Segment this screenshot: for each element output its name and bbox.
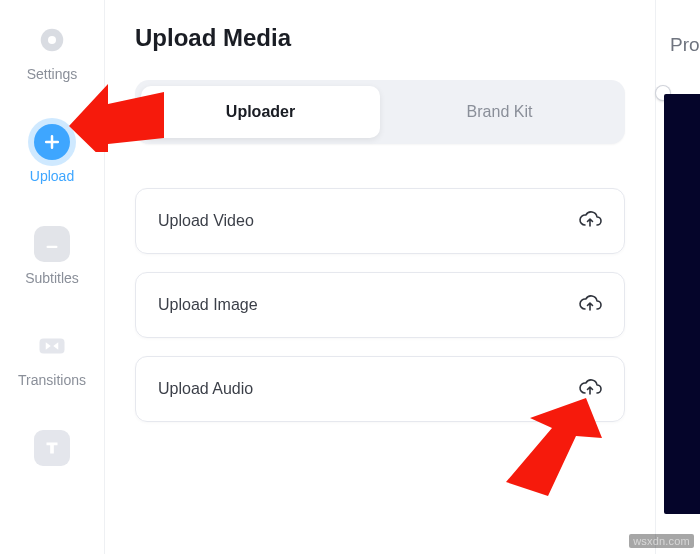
sidebar-item-label: Transitions: [18, 372, 86, 388]
tab-uploader[interactable]: Uploader: [141, 86, 380, 138]
sidebar-item-label: Settings: [27, 66, 78, 82]
upload-label: Upload Video: [158, 212, 254, 230]
cloud-upload-icon: [578, 375, 602, 403]
transitions-icon: [34, 328, 70, 364]
page-title: Upload Media: [135, 24, 625, 52]
tab-brandkit[interactable]: Brand Kit: [380, 86, 619, 138]
sidebar-item-text[interactable]: [34, 430, 70, 466]
gear-icon: [34, 22, 70, 58]
sidebar-item-label: Subtitles: [25, 270, 79, 286]
svg-rect-4: [39, 339, 64, 354]
sidebar-item-settings[interactable]: Settings: [27, 22, 78, 82]
right-panel: Pro: [655, 0, 700, 554]
cloud-upload-icon: [578, 207, 602, 235]
plus-icon: [34, 124, 70, 160]
subtitles-icon: [34, 226, 70, 262]
text-icon: [34, 430, 70, 466]
sidebar-item-subtitles[interactable]: Subtitles: [25, 226, 79, 286]
svg-rect-3: [46, 246, 57, 248]
upload-label: Upload Audio: [158, 380, 253, 398]
upload-image-card[interactable]: Upload Image: [135, 272, 625, 338]
watermark: wsxdn.com: [629, 534, 694, 548]
right-panel-label: Pro: [670, 34, 700, 56]
preview-area: [664, 94, 700, 514]
main-panel: Upload Media Uploader Brand Kit Upload V…: [104, 0, 655, 554]
cloud-upload-icon: [578, 291, 602, 319]
sidebar: Settings Upload Subtitles: [0, 0, 104, 554]
upload-audio-card[interactable]: Upload Audio: [135, 356, 625, 422]
upload-label: Upload Image: [158, 296, 258, 314]
upload-video-card[interactable]: Upload Video: [135, 188, 625, 254]
upload-options: Upload Video Upload Image: [135, 188, 625, 422]
sidebar-item-label: Upload: [30, 168, 74, 184]
sidebar-item-transitions[interactable]: Transitions: [18, 328, 86, 388]
sidebar-item-upload[interactable]: Upload: [30, 124, 74, 184]
svg-point-1: [48, 36, 56, 44]
tab-switch: Uploader Brand Kit: [135, 80, 625, 144]
